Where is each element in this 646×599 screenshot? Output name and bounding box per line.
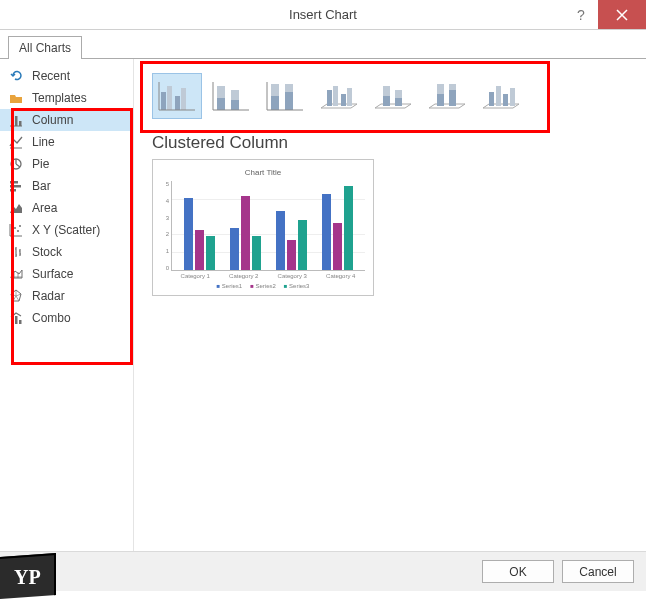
- sidebar-item-pie[interactable]: Pie: [0, 153, 133, 175]
- sidebar-item-label: Area: [32, 201, 57, 215]
- sidebar-item-label: X Y (Scatter): [32, 223, 100, 237]
- svg-rect-38: [489, 92, 494, 106]
- subtype-clustered-column[interactable]: [152, 73, 202, 119]
- subtype-3d-column[interactable]: [476, 73, 526, 119]
- svg-rect-17: [181, 88, 186, 110]
- sidebar-item-label: Recent: [32, 69, 70, 83]
- bar-group: [276, 211, 307, 270]
- bar-group: [230, 196, 261, 270]
- column-icon: [8, 112, 24, 128]
- subtype-100-stacked-column[interactable]: [260, 73, 310, 119]
- stock-icon: [8, 244, 24, 260]
- content: RecentTemplatesColumnLinePieBarAreaX Y (…: [0, 59, 646, 551]
- cancel-button[interactable]: Cancel: [562, 560, 634, 583]
- bar: [230, 228, 239, 270]
- svg-point-8: [14, 227, 16, 229]
- subtype-stacked-column[interactable]: [206, 73, 256, 119]
- area-icon: [8, 200, 24, 216]
- svg-rect-19: [217, 86, 225, 98]
- sidebar-item-label: Combo: [32, 311, 71, 325]
- subtype-strip: [146, 67, 634, 125]
- sidebar-item-recent[interactable]: Recent: [0, 65, 133, 87]
- svg-rect-11: [11, 318, 14, 324]
- close-button[interactable]: [598, 0, 646, 29]
- svg-rect-21: [231, 90, 239, 100]
- sidebar-item-label: Radar: [32, 289, 65, 303]
- svg-rect-32: [395, 98, 402, 106]
- svg-rect-37: [449, 84, 456, 90]
- bar: [195, 230, 204, 270]
- svg-rect-26: [327, 90, 332, 106]
- sidebar-item-label: Stock: [32, 245, 62, 259]
- surface-icon: [8, 266, 24, 282]
- bar: [322, 194, 331, 270]
- svg-rect-15: [167, 86, 172, 110]
- dialog-footer: OK Cancel: [0, 551, 646, 591]
- subtype-3d-clustered-column[interactable]: [314, 73, 364, 119]
- svg-rect-35: [437, 84, 444, 94]
- svg-rect-6: [10, 189, 16, 192]
- bar: [298, 220, 307, 270]
- svg-rect-0: [11, 119, 14, 126]
- bar: [241, 196, 250, 270]
- preview-title: Clustered Column: [152, 133, 634, 153]
- combo-icon: [8, 310, 24, 326]
- watermark-badge: YP: [0, 553, 56, 599]
- svg-rect-25: [285, 84, 293, 92]
- sidebar-item-stock[interactable]: Stock: [0, 241, 133, 263]
- sidebar-item-label: Pie: [32, 157, 49, 171]
- tab-all-charts[interactable]: All Charts: [8, 36, 82, 59]
- sidebar-item-bar[interactable]: Bar: [0, 175, 133, 197]
- svg-rect-41: [510, 88, 515, 106]
- sidebar-item-label: Column: [32, 113, 73, 127]
- main-panel: Clustered Column Chart Title 543210 Cate…: [134, 59, 646, 551]
- sidebar-item-column[interactable]: Column: [0, 109, 133, 131]
- legend: Series1Series2Series3: [161, 283, 365, 289]
- ok-button[interactable]: OK: [482, 560, 554, 583]
- sidebar-item-templates[interactable]: Templates: [0, 87, 133, 109]
- plot-area: [171, 181, 365, 271]
- sidebar: RecentTemplatesColumnLinePieBarAreaX Y (…: [0, 59, 134, 551]
- sidebar-item-line[interactable]: Line: [0, 131, 133, 153]
- window-title: Insert Chart: [0, 7, 646, 22]
- chart-title: Chart Title: [161, 168, 365, 177]
- svg-rect-1: [15, 116, 18, 126]
- bar: [333, 223, 342, 270]
- y-axis: 543210: [161, 181, 171, 271]
- sidebar-item-radar[interactable]: Radar: [0, 285, 133, 307]
- bar: [206, 236, 215, 270]
- svg-rect-12: [15, 316, 18, 324]
- pie-icon: [8, 156, 24, 172]
- svg-point-9: [17, 230, 19, 232]
- help-button[interactable]: ?: [564, 0, 598, 29]
- bar-group: [184, 198, 215, 270]
- sidebar-item-x-y-scatter-[interactable]: X Y (Scatter): [0, 219, 133, 241]
- chart-preview[interactable]: Chart Title 543210 Category 1Category 2C…: [152, 159, 374, 296]
- bar: [184, 198, 193, 270]
- line-icon: [8, 134, 24, 150]
- svg-rect-5: [10, 185, 21, 188]
- sidebar-item-surface[interactable]: Surface: [0, 263, 133, 285]
- sidebar-item-area[interactable]: Area: [0, 197, 133, 219]
- svg-point-7: [11, 232, 13, 234]
- subtype-3d-stacked-column[interactable]: [368, 73, 418, 119]
- radar-icon: [8, 288, 24, 304]
- bar: [276, 211, 285, 270]
- svg-rect-39: [496, 86, 501, 106]
- bar: [287, 240, 296, 270]
- undo-icon: [8, 68, 24, 84]
- svg-rect-30: [383, 96, 390, 106]
- sidebar-item-combo[interactable]: Combo: [0, 307, 133, 329]
- window-controls: ?: [564, 0, 646, 29]
- close-icon: [616, 9, 628, 21]
- tabstrip: All Charts: [0, 30, 646, 59]
- svg-point-10: [19, 225, 21, 227]
- bar-icon: [8, 178, 24, 194]
- svg-rect-27: [333, 86, 338, 106]
- sidebar-item-label: Templates: [32, 91, 87, 105]
- subtype-3d-100-stacked-column[interactable]: [422, 73, 472, 119]
- bar: [252, 236, 261, 270]
- svg-rect-33: [395, 90, 402, 98]
- svg-rect-34: [437, 94, 444, 106]
- svg-rect-29: [347, 88, 352, 106]
